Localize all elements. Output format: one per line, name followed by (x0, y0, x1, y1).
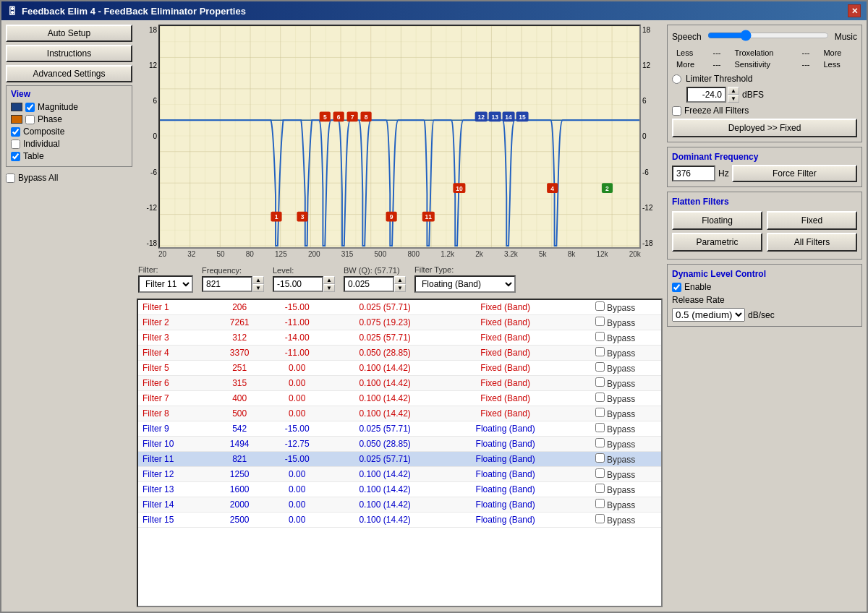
bypass-checkbox[interactable] (595, 408, 605, 417)
cell-type: Fixed (Band) (441, 376, 569, 391)
content-area: Auto Setup Instructions Advanced Setting… (1, 20, 867, 612)
bw-up-button[interactable]: ▲ (394, 276, 406, 284)
composite-label: Composite (23, 127, 64, 137)
bypass-checkbox[interactable] (595, 499, 605, 508)
table-row[interactable]: Filter 11 821 -15.00 0.025 (57.71) Float… (138, 452, 661, 467)
bypass-checkbox[interactable] (595, 347, 605, 356)
bypass-checkbox[interactable] (595, 453, 605, 463)
bypass-checkbox[interactable] (595, 377, 605, 387)
limiter-row: Limiter Threshold (672, 74, 857, 84)
cell-bypass: Bypass (569, 361, 661, 376)
y-label-18: 18 (138, 26, 157, 34)
bw-input[interactable] (344, 276, 394, 292)
dominant-freq-panel: Dominant Frequency Hz Force Filter (667, 147, 862, 187)
table-row[interactable]: Filter 12 1250 0.00 0.100 (14.42) Floati… (138, 467, 661, 482)
level-up-button[interactable]: ▲ (323, 276, 335, 284)
table-row[interactable]: Filter 6 315 0.00 0.100 (14.42) Fixed (B… (138, 376, 661, 391)
frequency-spinner: ▲ ▼ (252, 276, 264, 292)
force-filter-button[interactable]: Force Filter (732, 165, 857, 182)
freq-down-button[interactable]: ▼ (252, 284, 264, 292)
svg-text:10: 10 (456, 185, 463, 192)
level-down-button[interactable]: ▼ (323, 284, 335, 292)
cell-type: Floating (Band) (441, 513, 569, 528)
bypass-checkbox[interactable] (595, 514, 605, 523)
table-row[interactable]: Filter 5 251 0.00 0.100 (14.42) Fixed (B… (138, 361, 661, 376)
magnitude-checkbox[interactable] (25, 103, 35, 112)
table-row[interactable]: Filter 4 3370 -11.00 0.050 (28.85) Fixed… (138, 346, 661, 361)
cell-level: 0.00 (266, 406, 328, 421)
table-row[interactable]: Filter 2 7261 -11.00 0.075 (19.23) Fixed… (138, 315, 661, 330)
magnitude-label: Magnitude (38, 102, 78, 112)
limiter-radio[interactable] (672, 74, 681, 84)
bw-down-button[interactable]: ▼ (394, 284, 406, 292)
table-row[interactable]: Filter 14 2000 0.00 0.100 (14.42) Floati… (138, 497, 661, 513)
bypass-checkbox[interactable] (595, 317, 605, 326)
cell-bw: 0.025 (57.71) (328, 330, 442, 346)
auto-setup-button[interactable]: Auto Setup (6, 25, 132, 42)
more-sens: More (673, 59, 709, 69)
phase-checkbox[interactable] (25, 115, 35, 124)
table-row[interactable]: Filter 3 312 -14.00 0.025 (57.71) Fixed … (138, 330, 661, 346)
release-select[interactable]: 0.5 (medium) 0.1 (slow) 1.0 (fast) (672, 308, 745, 322)
dominant-freq-input[interactable] (672, 166, 715, 181)
bypass-checkbox[interactable] (595, 362, 605, 372)
bypass-checkbox[interactable] (595, 468, 605, 478)
y-right-0: 0 (642, 132, 661, 140)
frequency-input[interactable] (202, 276, 252, 292)
table-row[interactable]: Filter 9 542 -15.00 0.025 (57.71) Floati… (138, 421, 661, 437)
cell-name: Filter 11 (138, 452, 213, 467)
enable-checkbox[interactable] (672, 283, 681, 292)
speech-music-slider[interactable] (707, 30, 829, 41)
table-row[interactable]: Filter 8 500 0.00 0.100 (14.42) Fixed (B… (138, 406, 661, 421)
svg-text:8: 8 (365, 113, 368, 121)
bypass-checkbox[interactable] (595, 484, 605, 493)
table-row[interactable]: Filter 15 2500 0.00 0.100 (14.42) Floati… (138, 513, 661, 528)
cell-bypass: Bypass (569, 513, 661, 528)
hz-label: Hz (718, 168, 729, 179)
all-filters-button[interactable]: All Filters (767, 233, 857, 252)
cell-name: Filter 13 (138, 482, 213, 497)
table-row[interactable]: Filter 7 400 0.00 0.100 (14.42) Fixed (B… (138, 391, 661, 406)
bypass-checkbox[interactable] (595, 301, 605, 311)
cell-bw: 0.100 (14.42) (328, 391, 442, 406)
table-row[interactable]: Filter 10 1494 -12.75 0.050 (28.85) Floa… (138, 437, 661, 452)
advanced-settings-button[interactable]: Advanced Settings (6, 65, 132, 82)
filter-type-select[interactable]: Floating (Band) Fixed (Band) Parametric (414, 275, 516, 293)
composite-checkbox[interactable] (11, 127, 20, 137)
cell-freq: 1600 (213, 482, 266, 497)
magnitude-row: Magnitude (11, 102, 127, 112)
fixed-button[interactable]: Fixed (767, 211, 857, 230)
x-5k: 5k (539, 250, 547, 258)
cell-level: 0.00 (266, 497, 328, 513)
freeze-checkbox[interactable] (672, 106, 681, 116)
bypass-checkbox[interactable] (595, 393, 605, 402)
deployed-fixed-button[interactable]: Deployed >> Fixed (672, 119, 857, 137)
table-row[interactable]: Filter 1 206 -15.00 0.025 (57.71) Fixed … (138, 300, 661, 315)
bypass-checkbox[interactable] (595, 423, 605, 432)
svg-text:1: 1 (275, 213, 278, 220)
cell-bypass: Bypass (569, 467, 661, 482)
instructions-button[interactable]: Instructions (6, 45, 132, 62)
dbfs-down-button[interactable]: ▼ (728, 95, 739, 103)
bypass-checkbox[interactable] (595, 332, 605, 341)
level-input[interactable] (273, 276, 323, 292)
cell-type: Fixed (Band) (441, 406, 569, 421)
close-button[interactable]: ✕ (848, 4, 861, 17)
x-2k: 2k (475, 250, 483, 258)
cell-type: Fixed (Band) (441, 346, 569, 361)
cell-freq: 500 (213, 406, 266, 421)
dbfs-up-button[interactable]: ▲ (728, 87, 739, 95)
freq-up-button[interactable]: ▲ (252, 276, 264, 284)
individual-checkbox[interactable] (11, 140, 20, 149)
bypass-all-checkbox[interactable] (6, 173, 15, 183)
table-row[interactable]: Filter 13 1600 0.00 0.100 (14.42) Floati… (138, 482, 661, 497)
floating-button[interactable]: Floating (672, 211, 762, 230)
x-315: 315 (341, 250, 354, 258)
parametric-button[interactable]: Parametric (672, 233, 762, 252)
bypass-checkbox[interactable] (595, 438, 605, 447)
filter-controls-row: Filter: Filter 11 Frequency: ▲ ▼ (137, 262, 663, 296)
table-checkbox[interactable] (11, 152, 20, 161)
cell-freq: 251 (213, 361, 266, 376)
filter-select[interactable]: Filter 11 (138, 275, 193, 293)
dbfs-input[interactable] (686, 87, 726, 103)
